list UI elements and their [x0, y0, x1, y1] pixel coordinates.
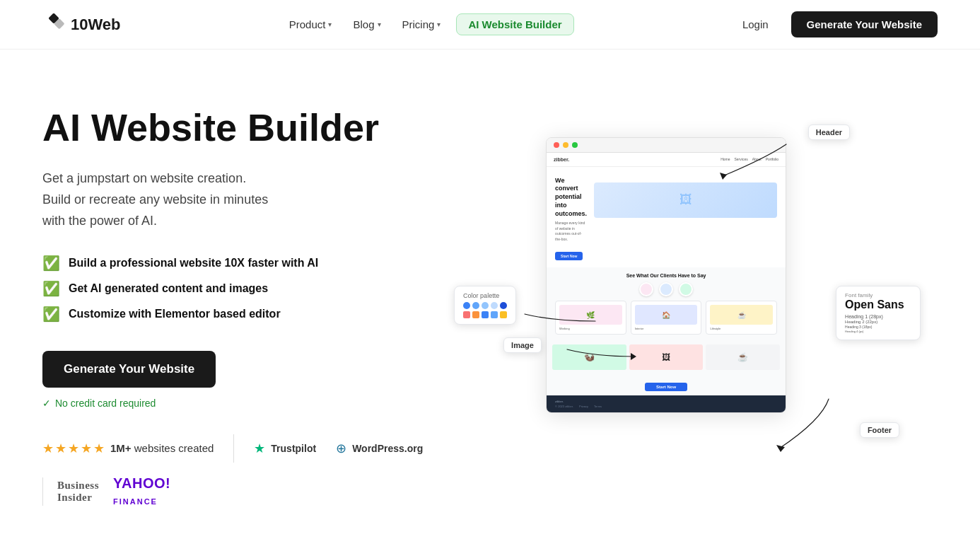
nav-product[interactable]: Product ▾ — [281, 14, 341, 35]
mockup-topbar — [547, 138, 786, 153]
hero-cta-button[interactable]: Generate Your Website — [42, 351, 216, 388]
nav-cta-button[interactable]: Generate Your Website — [791, 11, 938, 37]
nav-pricing[interactable]: Pricing ▾ — [394, 14, 450, 35]
mockup-nav-item: Portfolio — [766, 157, 778, 161]
palette-row-1 — [463, 302, 507, 309]
trustpilot-label: Trustpilot — [271, 443, 316, 454]
font-size-1: Heading 1 (28px) — [845, 314, 911, 319]
mockup-nav-item: About — [752, 157, 762, 161]
mockup-hero-sub: Manage every kind of website in outcomes… — [555, 221, 587, 242]
mockup-navbar: zibber. Home Services About Portfolio — [547, 153, 786, 167]
palette-color-6 — [463, 311, 470, 318]
star-1: ★ — [42, 441, 54, 456]
color-palette-floater: Color palette — [454, 286, 516, 325]
yahoo-finance-logo: YAHOO!FINANCE — [113, 475, 170, 508]
mockup-card-text-2: Interior — [635, 327, 698, 330]
mockup-hero: We convert potential into outcomes. Mana… — [547, 167, 786, 267]
mockup-card-1: 🌿 Working — [555, 301, 626, 335]
logo[interactable]: 10Web — [42, 13, 121, 36]
hero-feature-2: ✅ Get AI generated content and images — [42, 280, 423, 297]
websites-count: 1M+ websites created — [110, 442, 214, 454]
avatar-3 — [679, 282, 693, 296]
website-mockup: zibber. Home Services About Portfolio We… — [546, 137, 786, 413]
palette-color-7 — [472, 311, 479, 318]
mockup-close-dot — [554, 142, 559, 148]
footer-float-label: Footer — [860, 422, 899, 438]
font-size-3: Heading 3 (18px) — [845, 325, 911, 329]
star-5: ★ — [93, 441, 105, 456]
palette-color-9 — [491, 311, 498, 318]
mockup-bottom-cta: Start Now — [547, 374, 786, 395]
palette-color-5 — [500, 302, 507, 309]
divider — [233, 434, 234, 463]
mockup-nav-item: Services — [735, 157, 748, 161]
trustpilot-badge: ★ Trustpilot — [254, 441, 316, 456]
palette-color-8 — [482, 311, 489, 318]
media-logos-row: BusinessInsider YAHOO!FINANCE — [42, 475, 423, 508]
nav-right: Login Generate Your Website — [734, 11, 938, 37]
chevron-down-icon: ▾ — [437, 21, 441, 28]
palette-color-2 — [472, 302, 479, 309]
mockup-section2: See What Our Clients Have to Say 🌿 Worki… — [547, 267, 786, 340]
hero-feature-3: ✅ Customize with Elementor based editor — [42, 306, 423, 323]
avatar-2 — [659, 282, 673, 296]
login-button[interactable]: Login — [734, 14, 777, 35]
image-placeholder-icon: 🖼 — [679, 192, 692, 207]
footer-link-1: © 2023 zibber. — [555, 405, 573, 408]
hero-bottom: ★ ★ ★ ★ ★ 1M+ websites created ★ Trustpi… — [42, 434, 423, 508]
palette-color-4 — [491, 302, 498, 309]
hero-left: AI Website Builder Get a jumpstart on we… — [42, 106, 423, 508]
wordpress-badge: ⊕ WordPress.org — [336, 441, 423, 456]
hero-illustration: zibber. Home Services About Portfolio We… — [511, 137, 878, 477]
font-family-label: Font family — [845, 292, 911, 299]
star-3: ★ — [68, 441, 79, 456]
divider — [42, 477, 43, 506]
font-sizes: Heading 1 (28px) Heading 2 (22px) Headin… — [845, 314, 911, 333]
mockup-card-3: ☕ Lifestyle — [706, 301, 777, 335]
mockup-card-img-3: ☕ — [710, 305, 773, 325]
hero-section: AI Website Builder Get a jumpstart on we… — [0, 50, 980, 539]
trustpilot-icon: ★ — [254, 441, 265, 456]
mockup-card-2: 🏠 Interior — [631, 301, 702, 335]
mockup-footer: zibber. © 2023 zibber. Privacy Terms — [547, 395, 786, 412]
hero-description: Get a jumpstart on website creation. Bui… — [42, 168, 423, 231]
mockup-card-img-2: 🏠 — [635, 305, 698, 325]
mockup-section2-title: See What Our Clients Have to Say — [555, 273, 777, 278]
color-palette-label: Color palette — [463, 292, 507, 299]
mockup-logo: zibber. — [554, 157, 569, 162]
avatar-1 — [639, 282, 653, 296]
no-credit-text: ✓ No credit card required — [42, 398, 423, 409]
footer-link-2: Privacy — [579, 405, 588, 408]
business-insider-logo: BusinessInsider — [57, 480, 99, 504]
wordpress-label: WordPress.org — [352, 443, 423, 454]
check-icon: ✅ — [42, 255, 60, 272]
mockup-nav-item: Home — [721, 157, 730, 161]
navbar: 10Web Product ▾ Blog ▾ Pricing ▾ AI Webs… — [0, 0, 980, 50]
palette-color-10 — [500, 311, 507, 318]
palette-color-1 — [463, 302, 470, 309]
chevron-down-icon: ▾ — [378, 21, 381, 28]
mockup-min-dot — [563, 142, 568, 148]
social-proof-row: ★ ★ ★ ★ ★ 1M+ websites created ★ Trustpi… — [42, 434, 423, 463]
mockup-card-text-3: Lifestyle — [710, 327, 773, 330]
nav-ai-builder[interactable]: AI Website Builder — [456, 13, 573, 35]
image-float-label: Image — [503, 337, 542, 353]
check-icon: ✓ — [42, 398, 51, 409]
mockup-card-img-1: 🌿 — [559, 305, 622, 325]
chevron-down-icon: ▾ — [328, 21, 332, 28]
mockup-nav-items: Home Services About Portfolio — [721, 157, 778, 161]
hero-title: AI Website Builder — [42, 106, 423, 149]
palette-color-3 — [482, 302, 489, 309]
footer-link-3: Terms — [594, 405, 602, 408]
mockup-card-text-1: Working — [559, 327, 622, 330]
hero-right: zibber. Home Services About Portfolio We… — [451, 137, 938, 477]
hero-features-list: ✅ Build a professional website 10X faste… — [42, 255, 423, 323]
nav-blog[interactable]: Blog ▾ — [344, 14, 389, 35]
star-rating-group: ★ ★ ★ ★ ★ 1M+ websites created — [42, 441, 214, 456]
mockup-start-now: Start Now — [645, 383, 687, 391]
nav-links: Product ▾ Blog ▾ Pricing ▾ AI Website Bu… — [281, 13, 574, 35]
header-float-label: Header — [808, 124, 850, 140]
font-family-floater: Font family Open Sans Heading 1 (28px) H… — [836, 286, 921, 340]
star-4: ★ — [81, 441, 92, 456]
hero-feature-1: ✅ Build a professional website 10X faste… — [42, 255, 423, 272]
